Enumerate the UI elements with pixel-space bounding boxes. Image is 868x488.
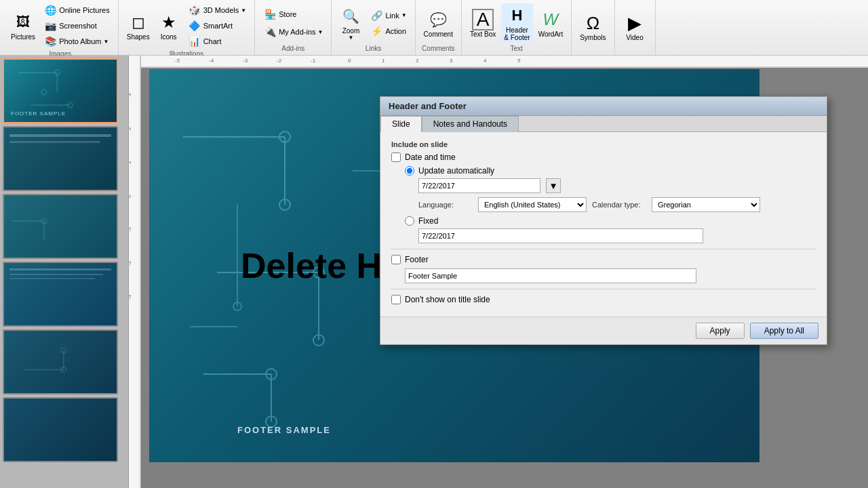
canvas-area: -5 -4 -3 -2 -1 0 1 2 3 4 5 3 2 1 0 -1 xyxy=(129,56,868,488)
online-pictures-label: Online Pictures xyxy=(59,6,110,14)
svg-text:-2: -2 xyxy=(129,260,132,266)
svg-text:0: 0 xyxy=(348,58,351,64)
header-footer-dialog: Header and Footer Slide Notes and Handou… xyxy=(380,96,827,345)
dont-show-checkbox[interactable] xyxy=(391,295,401,304)
icons-button[interactable]: ★ Icons xyxy=(155,10,182,42)
svg-text:-1: -1 xyxy=(311,58,316,64)
smartart-label: SmartArt xyxy=(203,22,233,30)
shapes-button[interactable]: ◻ Shapes xyxy=(124,10,153,42)
footer-checkbox[interactable] xyxy=(391,255,401,264)
3d-models-label: 3D Models xyxy=(203,6,239,14)
language-select[interactable]: English (United States) xyxy=(478,197,587,212)
fixed-date-input[interactable] xyxy=(418,228,703,243)
screenshot-button[interactable]: 📷 Screenshot xyxy=(41,18,113,33)
shapes-icon: ◻ xyxy=(127,12,149,33)
comment-button[interactable]: 💬 Comment xyxy=(421,7,456,39)
chart-label: Chart xyxy=(203,37,222,45)
link-button[interactable]: 🔗 Link ▼ xyxy=(367,8,409,23)
dialog-body: Include on slide Date and time Update au… xyxy=(380,132,827,317)
date-dropdown-btn[interactable]: ▼ xyxy=(546,178,561,193)
slide-thumb-6[interactable] xyxy=(3,397,118,462)
smartart-button[interactable]: 🔷 SmartArt xyxy=(185,18,250,33)
date-time-options: Update automatically ▼ Language: English… xyxy=(391,166,816,243)
slide-thumb-2[interactable] xyxy=(3,126,118,191)
footer-input[interactable] xyxy=(405,268,696,283)
svg-text:-2: -2 xyxy=(277,58,282,64)
svg-text:-3: -3 xyxy=(243,58,248,64)
svg-text:3: 3 xyxy=(129,93,132,96)
action-label: Action xyxy=(385,27,406,35)
svg-text:2: 2 xyxy=(416,58,419,64)
update-auto-radio[interactable] xyxy=(405,166,414,176)
header-footer-button[interactable]: H Header& Footer xyxy=(501,3,532,43)
toolbar: 🖼 Pictures 🌐 Online Pictures 📷 Screensho… xyxy=(0,0,868,56)
photo-album-button[interactable]: 📚 Photo Album ▼ xyxy=(41,34,113,49)
tab-slide-label: Slide xyxy=(392,119,410,129)
zoom-button[interactable]: 🔍 Zoom ▼ xyxy=(337,4,364,42)
fixed-radio[interactable] xyxy=(405,216,414,226)
calendar-select[interactable]: Gregorian xyxy=(652,197,760,212)
photo-album-icon: 📚 xyxy=(43,35,57,48)
store-button[interactable]: 🏪 Store xyxy=(260,7,326,22)
tab-slide[interactable]: Slide xyxy=(380,116,422,132)
main-area: FOOTER SAMPLE xyxy=(0,56,868,488)
ruler-horizontal: -5 -4 -3 -2 -1 0 1 2 3 4 5 xyxy=(141,56,868,68)
slide-thumb-4[interactable] xyxy=(3,262,118,327)
footer-checkbox-row: Footer xyxy=(391,255,816,264)
link-label: Link xyxy=(385,12,399,20)
language-calendar-row: Language: English (United States) Calend… xyxy=(418,197,816,212)
apply-button[interactable]: Apply xyxy=(696,323,745,339)
comment-icon: 💬 xyxy=(427,9,449,30)
my-addins-button[interactable]: 🔌 My Add-ins ▼ xyxy=(260,24,326,39)
comments-group-label: Comments xyxy=(422,43,454,52)
pictures-icon: 🖼 xyxy=(12,12,34,33)
svg-text:2: 2 xyxy=(129,127,132,130)
slide-thumb-1[interactable]: FOOTER SAMPLE xyxy=(3,58,118,123)
pictures-button[interactable]: 🖼 Pictures xyxy=(8,10,38,42)
svg-text:-1: -1 xyxy=(129,226,132,232)
date-time-checkbox[interactable] xyxy=(391,152,401,162)
video-button[interactable]: ▶ Video xyxy=(621,11,648,43)
shapes-label: Shapes xyxy=(127,33,150,41)
symbols-icon: Ω xyxy=(582,12,604,34)
textbox-button[interactable]: A Text Box xyxy=(467,7,498,39)
store-label: Store xyxy=(279,10,296,18)
online-pictures-button[interactable]: 🌐 Online Pictures xyxy=(41,3,113,18)
my-addins-icon: 🔌 xyxy=(263,25,277,39)
zoom-label: Zoom xyxy=(342,27,360,35)
update-auto-row: Update automatically xyxy=(405,166,816,176)
tab-notes-label: Notes and Handouts xyxy=(433,119,507,129)
icons-label: Icons xyxy=(161,33,177,41)
video-label: Video xyxy=(626,34,643,41)
header-footer-label: Header& Footer xyxy=(504,26,530,41)
slides-panel[interactable]: FOOTER SAMPLE xyxy=(0,56,129,488)
photo-album-label: Photo Album xyxy=(59,37,101,45)
apply-to-all-button[interactable]: Apply to All xyxy=(750,323,818,339)
ruler-v-svg: 3 2 1 0 -1 -2 -3 xyxy=(129,56,141,488)
dialog-tabs[interactable]: Slide Notes and Handouts xyxy=(380,116,827,132)
tab-notes[interactable]: Notes and Handouts xyxy=(422,116,519,132)
svg-text:1: 1 xyxy=(382,58,385,64)
update-auto-label: Update automatically xyxy=(418,166,494,176)
action-button[interactable]: ⚡ Action xyxy=(367,24,409,39)
date-time-label: Date and time xyxy=(405,152,456,162)
fixed-label: Fixed xyxy=(418,216,438,226)
3d-models-button[interactable]: 🎲 3D Models ▼ xyxy=(185,3,250,18)
screenshot-label: Screenshot xyxy=(59,22,97,30)
dialog-titlebar: Header and Footer xyxy=(380,97,827,116)
ruler-vertical: 3 2 1 0 -1 -2 -3 xyxy=(129,56,141,488)
footer-label: Footer xyxy=(405,255,429,264)
toolbar-group-text: A Text Box H Header& Footer W WordArt Te… xyxy=(462,0,572,55)
svg-text:4: 4 xyxy=(484,58,487,64)
wordart-button[interactable]: W WordArt xyxy=(536,7,566,39)
symbols-label: Symbols xyxy=(580,34,606,41)
svg-text:1: 1 xyxy=(129,161,132,164)
fixed-radio-row: Fixed xyxy=(405,216,816,226)
symbols-button[interactable]: Ω Symbols xyxy=(577,11,608,43)
slide-thumb-3[interactable] xyxy=(3,194,118,259)
chart-button[interactable]: 📊 Chart xyxy=(185,34,250,49)
date-input[interactable] xyxy=(418,178,540,193)
video-icon: ▶ xyxy=(624,12,646,34)
separator-1 xyxy=(391,249,816,249)
slide-thumb-5[interactable] xyxy=(3,329,118,394)
